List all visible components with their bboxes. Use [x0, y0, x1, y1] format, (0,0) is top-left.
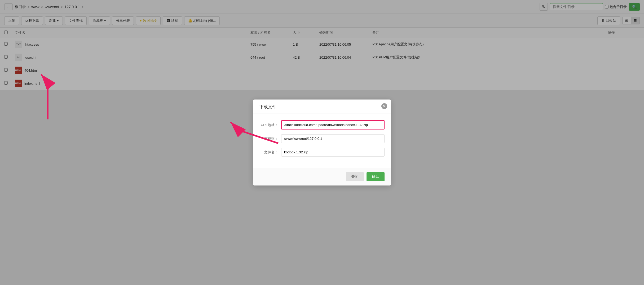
download-to-form-row: 下载到： [259, 134, 385, 143]
modal-header: 下载文件 [253, 100, 391, 114]
filename-label: 文件名： [259, 150, 278, 155]
modal-close-button[interactable]: ✕ [381, 103, 387, 109]
modal-footer: 关闭 确认 [253, 168, 391, 185]
modal-close-footer-button[interactable]: 关闭 [346, 172, 364, 181]
url-form-row: URL地址： [259, 120, 385, 129]
download-to-label: 下载到： [259, 136, 278, 141]
url-input[interactable] [281, 120, 385, 129]
download-file-modal: 下载文件 ✕ URL地址： 下载到： 文件名： 关闭 确认 [253, 100, 391, 185]
modal-confirm-button[interactable]: 确认 [367, 172, 385, 181]
url-label: URL地址： [259, 123, 278, 127]
filename-form-row: 文件名： [259, 148, 385, 157]
filename-input[interactable] [281, 148, 385, 157]
download-to-input[interactable] [281, 134, 385, 143]
modal-body: URL地址： 下载到： 文件名： [253, 114, 391, 168]
modal-title: 下载文件 [259, 105, 276, 109]
modal-overlay[interactable]: 下载文件 ✕ URL地址： 下载到： 文件名： 关闭 确认 [0, 0, 644, 285]
